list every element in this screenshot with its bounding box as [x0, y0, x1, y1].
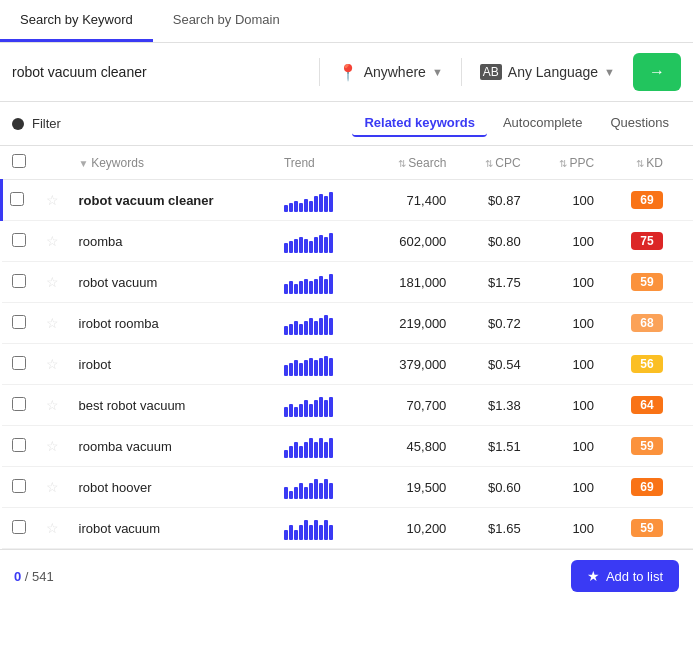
ppc-cell: 100 [531, 180, 604, 221]
trend-bar [284, 326, 288, 335]
trend-bar [299, 525, 303, 540]
star-icon[interactable]: ☆ [46, 356, 59, 372]
col-cpc[interactable]: ⇅ CPC [456, 146, 530, 180]
trend-bar [284, 450, 288, 458]
trend-bar [314, 237, 318, 253]
trend-chart [284, 311, 355, 335]
trend-bar [324, 400, 328, 417]
star-icon[interactable]: ☆ [46, 315, 59, 331]
add-to-list-button[interactable]: ★ Add to list [571, 560, 679, 592]
filter-bar: Filter Related keywords Autocomplete Que… [0, 102, 693, 146]
trend-bar [329, 483, 333, 499]
trend-chart [284, 475, 355, 499]
trend-bar [294, 407, 298, 417]
trend-bar [309, 438, 313, 458]
trend-bar [289, 491, 293, 499]
col-search[interactable]: ⇅ Search [365, 146, 456, 180]
tab-autocomplete[interactable]: Autocomplete [491, 110, 595, 137]
trend-bar [319, 438, 323, 458]
filter-button[interactable]: Filter [32, 116, 61, 131]
tab-domain[interactable]: Search by Domain [153, 0, 300, 42]
search-cell: 71,400 [365, 180, 456, 221]
trend-bar [304, 279, 308, 294]
star-icon[interactable]: ☆ [46, 438, 59, 454]
trend-bar [284, 284, 288, 294]
trend-bar [314, 520, 318, 540]
keyword-input[interactable] [12, 64, 311, 80]
tab-questions[interactable]: Questions [598, 110, 681, 137]
trend-bar [299, 281, 303, 294]
cpc-cell: $0.54 [456, 344, 530, 385]
trend-bar [284, 407, 288, 417]
trend-bar [304, 520, 308, 540]
row-checkbox[interactable] [12, 274, 26, 288]
star-icon[interactable]: ☆ [46, 479, 59, 495]
row-checkbox[interactable] [12, 315, 26, 329]
star-icon[interactable]: ☆ [46, 520, 59, 536]
star-icon[interactable]: ☆ [46, 397, 59, 413]
ppc-cell: 100 [531, 467, 604, 508]
kd-cell: 59 [604, 262, 673, 303]
trend-bar [329, 192, 333, 212]
location-select[interactable]: 📍 Anywhere ▼ [328, 59, 453, 86]
row-checkbox[interactable] [12, 397, 26, 411]
keyword-cell: robot vacuum [79, 275, 158, 290]
ppc-cell: 100 [531, 303, 604, 344]
trend-bar [304, 400, 308, 417]
cpc-cell: $0.80 [456, 221, 530, 262]
cpc-cell: $1.75 [456, 262, 530, 303]
tab-related-keywords[interactable]: Related keywords [352, 110, 487, 137]
row-checkbox[interactable] [12, 438, 26, 452]
trend-bar [329, 438, 333, 458]
trend-bar [299, 203, 303, 212]
footer: 0 / 541 ★ Add to list [0, 549, 693, 602]
sort-search-icon: ⇅ [398, 158, 409, 169]
trend-bar [299, 324, 303, 335]
search-bar: 📍 Anywhere ▼ AB Any Language ▼ → [0, 43, 693, 102]
kd-badge: 59 [631, 519, 663, 537]
keyword-cell: robot hoover [79, 480, 152, 495]
search-button[interactable]: → [633, 53, 681, 91]
kd-badge: 69 [631, 191, 663, 209]
result-count: 0 / 541 [14, 569, 54, 584]
trend-bar [284, 243, 288, 253]
trend-bar [309, 318, 313, 335]
star-icon[interactable]: ☆ [46, 233, 59, 249]
trend-bar [319, 358, 323, 376]
trend-bar [329, 274, 333, 294]
search-cell: 602,000 [365, 221, 456, 262]
keyword-cell: robot vacuum cleaner [79, 193, 214, 208]
star-icon[interactable]: ☆ [46, 192, 59, 208]
trend-bar [309, 241, 313, 253]
table-row: ☆ irobot 379,000 $0.54 100 56 [2, 344, 694, 385]
row-checkbox[interactable] [10, 192, 24, 206]
kd-cell: 68 [604, 303, 673, 344]
trend-bar [289, 241, 293, 253]
language-select[interactable]: AB Any Language ▼ [470, 60, 625, 84]
trend-chart [284, 229, 355, 253]
col-keywords[interactable]: ▼ Keywords [69, 146, 274, 180]
kd-cell: 75 [604, 221, 673, 262]
col-ppc[interactable]: ⇅ PPC [531, 146, 604, 180]
col-trend: Trend [274, 146, 365, 180]
trend-bar [289, 404, 293, 417]
trend-bar [319, 483, 323, 499]
col-kd[interactable]: ⇅ KD [604, 146, 673, 180]
row-checkbox[interactable] [12, 520, 26, 534]
cpc-cell: $0.60 [456, 467, 530, 508]
trend-bar [299, 363, 303, 376]
row-checkbox[interactable] [12, 479, 26, 493]
cpc-cell: $1.38 [456, 385, 530, 426]
row-checkbox[interactable] [12, 233, 26, 247]
count-separator: / [25, 569, 32, 584]
trend-bar [314, 442, 318, 458]
trend-bar [284, 487, 288, 499]
trend-bar [294, 442, 298, 458]
select-all-checkbox[interactable] [12, 154, 26, 168]
trend-bar [284, 530, 288, 540]
trend-bar [324, 520, 328, 540]
star-icon[interactable]: ☆ [46, 274, 59, 290]
trend-bar [304, 360, 308, 376]
row-checkbox[interactable] [12, 356, 26, 370]
tab-keyword[interactable]: Search by Keyword [0, 0, 153, 42]
